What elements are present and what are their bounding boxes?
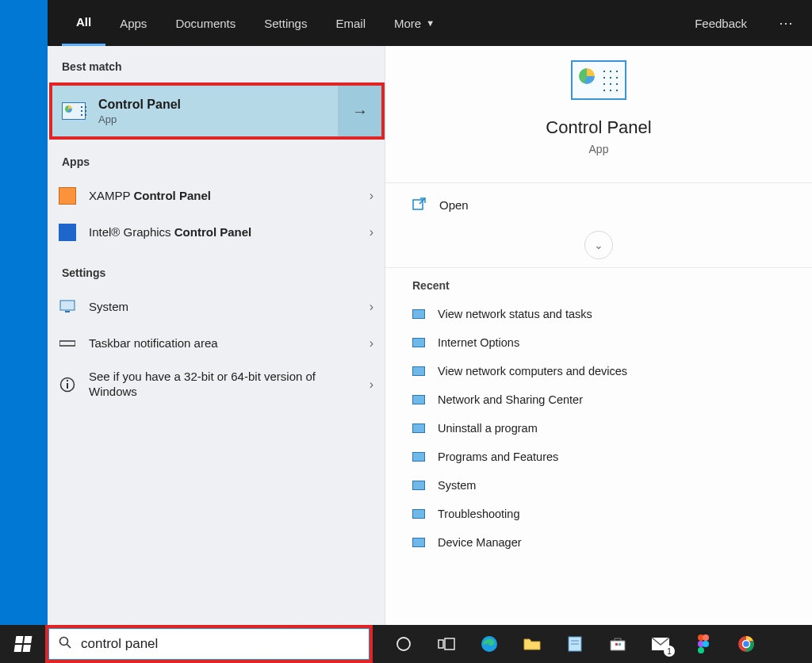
recent-item-label: Programs and Features — [438, 450, 558, 463]
notepad-icon[interactable] — [564, 633, 586, 655]
chevron-right-icon[interactable]: › — [353, 225, 373, 240]
tab-documents[interactable]: Documents — [161, 0, 250, 46]
tab-email[interactable]: Email — [321, 0, 380, 46]
svg-rect-11 — [445, 638, 454, 650]
svg-point-22 — [703, 641, 709, 647]
windows-logo-icon — [14, 636, 33, 652]
svg-rect-1 — [65, 311, 70, 312]
best-match-title: Control Panel — [98, 98, 181, 112]
info-icon — [59, 376, 76, 393]
recent-item[interactable]: Troubleshooting — [385, 500, 812, 528]
svg-point-23 — [698, 647, 704, 653]
chevron-right-icon[interactable]: › — [353, 336, 373, 351]
control-panel-item-icon — [412, 538, 425, 547]
control-panel-icon — [62, 102, 86, 120]
svg-line-8 — [67, 645, 71, 649]
more-options-icon[interactable]: ⋯ — [761, 14, 812, 32]
file-explorer-icon[interactable] — [521, 633, 543, 655]
app-match: Control Panel — [133, 189, 211, 202]
best-match-label: Best match — [48, 46, 385, 82]
recent-item-label: Troubleshooting — [438, 508, 519, 520]
tab-more-label: More — [394, 17, 421, 30]
tab-settings[interactable]: Settings — [250, 0, 321, 46]
chevron-right-icon[interactable]: › — [353, 377, 373, 392]
task-view-icon[interactable] — [435, 633, 458, 655]
tab-all[interactable]: All — [62, 0, 105, 46]
detail-title: Control Panel — [385, 117, 812, 138]
control-panel-item-icon — [412, 309, 425, 319]
app-match: Control Panel — [174, 225, 252, 239]
svg-rect-4 — [67, 383, 68, 389]
setting-text: See if you have a 32-bit or 64-bit versi… — [89, 370, 353, 400]
app-result-intel[interactable]: Intel® Graphics Control Panel › — [48, 214, 385, 251]
recent-item[interactable]: Network and Sharing Center — [385, 385, 812, 414]
svg-rect-17 — [619, 643, 621, 646]
start-button[interactable] — [0, 625, 46, 663]
open-label: Open — [439, 198, 469, 212]
control-panel-item-icon — [412, 423, 425, 433]
detail-subtitle: App — [385, 143, 812, 155]
control-panel-item-icon — [412, 452, 425, 462]
recent-item[interactable]: Uninstall a program — [385, 414, 812, 443]
control-panel-icon — [571, 60, 626, 100]
control-panel-item-icon — [412, 366, 425, 376]
recent-item[interactable]: View network status and tasks — [385, 300, 812, 328]
mail-badge: 1 — [664, 646, 675, 657]
app-prefix: Intel® Graphics — [89, 225, 174, 239]
svg-point-9 — [397, 638, 410, 650]
svg-point-25 — [743, 641, 750, 648]
search-icon — [49, 636, 81, 652]
best-match-expand-button[interactable]: → — [338, 86, 381, 136]
svg-rect-10 — [439, 640, 443, 648]
recent-item[interactable]: Device Manager — [385, 528, 812, 557]
setting-result-bitness[interactable]: See if you have a 32-bit or 64-bit versi… — [48, 362, 385, 408]
mail-icon[interactable]: 1 — [649, 633, 672, 655]
svg-rect-0 — [60, 301, 75, 310]
result-detail-pane: Control Panel App Open ⌄ Recent View net… — [385, 46, 812, 625]
chevron-right-icon[interactable]: › — [353, 189, 373, 203]
recent-item[interactable]: Programs and Features — [385, 443, 812, 471]
taskbar: 1 — [0, 625, 812, 663]
store-icon[interactable] — [607, 633, 629, 655]
figma-icon[interactable] — [692, 633, 714, 655]
settings-label: Settings — [48, 251, 385, 289]
expand-actions-button[interactable]: ⌄ — [584, 231, 613, 259]
setting-result-system[interactable]: System › — [48, 289, 385, 325]
svg-rect-2 — [59, 341, 75, 346]
recent-item-label: Uninstall a program — [438, 422, 538, 435]
recent-item[interactable]: View network computers and devices — [385, 357, 812, 385]
tab-apps[interactable]: Apps — [105, 0, 161, 46]
control-panel-item-icon — [412, 338, 425, 347]
edge-icon[interactable] — [478, 633, 500, 655]
results-left-column: Best match Control Panel App → Apps XAMP… — [48, 46, 385, 625]
recent-item-label: View network status and tasks — [438, 308, 592, 320]
monitor-icon — [59, 298, 76, 316]
chrome-icon[interactable] — [735, 633, 757, 655]
recent-item[interactable]: Internet Options — [385, 328, 812, 357]
control-panel-item-icon — [412, 395, 425, 404]
control-panel-item-icon — [412, 509, 425, 519]
search-input[interactable] — [81, 636, 369, 652]
recent-item[interactable]: System — [385, 471, 812, 500]
tab-more[interactable]: More ▼ — [380, 0, 449, 46]
setting-text: System — [89, 300, 353, 315]
best-match-subtitle: App — [98, 113, 181, 125]
svg-rect-5 — [67, 380, 68, 381]
control-panel-item-icon — [412, 481, 425, 490]
setting-result-taskbar[interactable]: Taskbar notification area › — [48, 325, 385, 362]
open-action[interactable]: Open — [385, 183, 812, 226]
best-match-result[interactable]: Control Panel App → — [49, 82, 385, 140]
recent-item-label: Internet Options — [438, 336, 519, 349]
setting-text: Taskbar notification area — [89, 336, 353, 351]
chevron-down-icon: ▼ — [426, 18, 435, 28]
chevron-right-icon[interactable]: › — [353, 300, 373, 314]
app-result-xampp[interactable]: XAMPP Control Panel › — [48, 178, 385, 214]
feedback-link[interactable]: Feedback — [680, 0, 761, 46]
intel-icon — [59, 224, 76, 241]
svg-point-7 — [60, 638, 68, 646]
taskbar-search-box[interactable] — [48, 627, 370, 661]
cortana-icon[interactable] — [393, 633, 415, 655]
recent-item-label: View network computers and devices — [438, 365, 627, 377]
recent-label: Recent — [385, 268, 812, 300]
search-filter-tabs: All Apps Documents Settings Email More ▼… — [48, 0, 812, 46]
